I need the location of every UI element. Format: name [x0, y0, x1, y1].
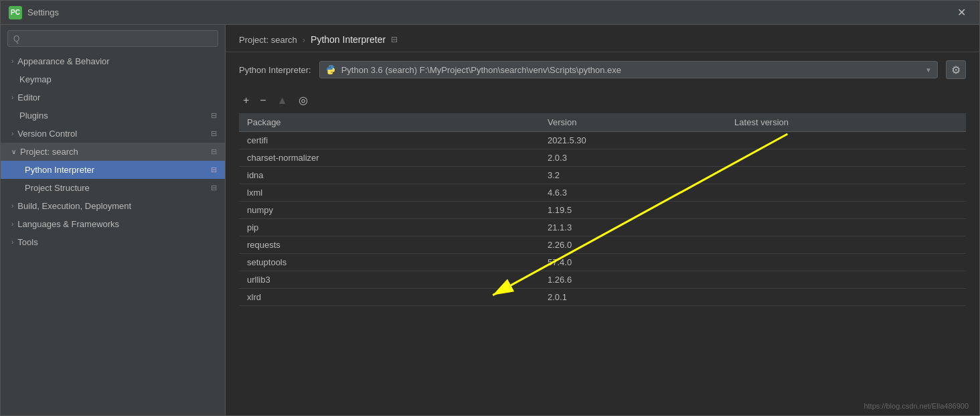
- sidebar-item-version-control[interactable]: › Version Control ⊟: [1, 125, 225, 143]
- sidebar-item-plugins[interactable]: Plugins ⊟: [1, 107, 225, 125]
- breadcrumb-parent: Project: search: [239, 35, 297, 45]
- sidebar-item-keymap[interactable]: Keymap: [1, 70, 225, 88]
- sidebar-item-label: Languages & Frameworks: [17, 219, 217, 229]
- cell-version: 1.19.5: [540, 202, 726, 219]
- chevron-right-icon: ›: [11, 58, 13, 65]
- cell-version: 4.6.3: [540, 184, 726, 202]
- gear-icon: ⚙: [951, 64, 961, 76]
- cell-package: setuptools: [239, 254, 540, 271]
- dropdown-arrow-icon: ▼: [925, 66, 932, 74]
- table-row[interactable]: pip21.1.3: [239, 219, 966, 236]
- sidebar-item-editor[interactable]: › Editor: [1, 88, 225, 107]
- chevron-right-icon: ›: [11, 94, 13, 101]
- cell-latest: [726, 236, 966, 254]
- sidebar-item-project-search[interactable]: ∨ Project: search ⊟: [1, 143, 225, 161]
- database-icon: ⊟: [211, 165, 217, 174]
- plus-icon: +: [243, 94, 249, 107]
- cell-latest: [726, 184, 966, 202]
- sidebar-item-label: Editor: [17, 92, 217, 102]
- database-icon: ⊟: [211, 184, 217, 192]
- cell-version: 21.1.3: [540, 219, 726, 236]
- sidebar-item-project-structure[interactable]: Project Structure ⊟: [1, 179, 225, 197]
- chevron-right-icon: ›: [11, 238, 13, 246]
- column-header-version: Version: [540, 113, 726, 132]
- cell-latest: [726, 149, 966, 167]
- sidebar-item-label: Project: search: [20, 147, 208, 157]
- interpreter-label: Python Interpreter:: [239, 65, 311, 75]
- table-row[interactable]: setuptools57.4.0: [239, 254, 966, 271]
- sidebar-item-label: Version Control: [17, 129, 208, 139]
- chevron-right-icon: ›: [11, 202, 13, 210]
- package-table: Package Version Latest version certifi20…: [239, 113, 966, 306]
- minus-icon: −: [260, 94, 266, 107]
- sidebar-item-python-interpreter[interactable]: Python Interpreter ⊟: [1, 161, 225, 179]
- sidebar-item-label: Project Structure: [25, 183, 208, 193]
- table-row[interactable]: idna3.2: [239, 167, 966, 184]
- sidebar-item-label: Build, Execution, Deployment: [17, 201, 217, 211]
- settings-window: PC Settings ✕ Q › Appearance & Behavior …: [0, 0, 980, 416]
- column-header-package: Package: [239, 113, 540, 132]
- cell-package: requests: [239, 236, 540, 254]
- chevron-down-icon: ∨: [11, 148, 16, 155]
- close-button[interactable]: ✕: [952, 3, 971, 21]
- app-icon: PC: [9, 6, 22, 19]
- titlebar: PC Settings ✕: [1, 1, 979, 25]
- footer-url: https://blog.csdn.net/Ella486900: [864, 402, 969, 410]
- cell-latest: [726, 271, 966, 289]
- settings-icon: ⊟: [391, 35, 398, 44]
- up-icon: ▲: [277, 94, 288, 107]
- right-content: Project: search › Python Interpreter ⊟ P…: [226, 25, 979, 415]
- table-row[interactable]: urllib31.26.6: [239, 271, 966, 289]
- cell-package: certifi: [239, 132, 540, 149]
- python-icon: [325, 64, 336, 75]
- database-icon: ⊟: [211, 111, 217, 120]
- sidebar-item-label: Keymap: [19, 74, 217, 84]
- sidebar: Q › Appearance & Behavior Keymap › Edito…: [1, 25, 226, 415]
- table-row[interactable]: certifi2021.5.30: [239, 132, 966, 149]
- cell-version: 1.26.6: [540, 271, 726, 289]
- show-button[interactable]: ◎: [295, 91, 312, 109]
- database-icon: ⊟: [211, 129, 217, 138]
- sidebar-item-build-execution[interactable]: › Build, Execution, Deployment: [1, 197, 225, 215]
- chevron-right-icon: ›: [11, 220, 13, 228]
- interpreter-value: Python 3.6 (search) F:\MyProject\Python\…: [341, 65, 920, 75]
- search-input[interactable]: [23, 33, 212, 44]
- cell-version: 3.2: [540, 167, 726, 184]
- gear-button[interactable]: ⚙: [946, 60, 966, 79]
- cell-latest: [726, 254, 966, 271]
- cell-package: pip: [239, 219, 540, 236]
- breadcrumb: Project: search › Python Interpreter ⊟: [226, 25, 979, 52]
- table-row[interactable]: xlrd2.0.1: [239, 289, 966, 306]
- cell-package: urllib3: [239, 271, 540, 289]
- cell-package: xlrd: [239, 289, 540, 306]
- cell-latest: [726, 219, 966, 236]
- sidebar-item-tools[interactable]: › Tools: [1, 233, 225, 251]
- table-header-row: Package Version Latest version: [239, 113, 966, 132]
- sidebar-item-appearance[interactable]: › Appearance & Behavior: [1, 52, 225, 70]
- add-button[interactable]: +: [239, 92, 253, 109]
- up-button[interactable]: ▲: [273, 92, 292, 109]
- database-icon: ⊟: [211, 147, 217, 156]
- search-box[interactable]: Q: [7, 30, 218, 47]
- cell-version: 2021.5.30: [540, 132, 726, 149]
- cell-package: idna: [239, 167, 540, 184]
- package-table-container: Package Version Latest version certifi20…: [226, 113, 979, 415]
- sidebar-item-languages-frameworks[interactable]: › Languages & Frameworks: [1, 215, 225, 233]
- sidebar-item-label: Tools: [17, 237, 217, 247]
- window-title: Settings: [27, 7, 952, 17]
- cell-version: 2.0.3: [540, 149, 726, 167]
- cell-version: 2.26.0: [540, 236, 726, 254]
- table-row[interactable]: charset-normalizer2.0.3: [239, 149, 966, 167]
- cell-latest: [726, 132, 966, 149]
- column-header-latest: Latest version: [726, 113, 966, 132]
- search-icon: Q: [13, 34, 19, 44]
- table-row[interactable]: requests2.26.0: [239, 236, 966, 254]
- remove-button[interactable]: −: [256, 92, 270, 109]
- table-row[interactable]: lxml4.6.3: [239, 184, 966, 202]
- toolbar: + − ▲ ◎: [226, 87, 979, 113]
- interpreter-dropdown[interactable]: Python 3.6 (search) F:\MyProject\Python\…: [319, 61, 938, 78]
- sidebar-item-label: Appearance & Behavior: [17, 56, 217, 66]
- table-row[interactable]: numpy1.19.5: [239, 202, 966, 219]
- cell-latest: [726, 167, 966, 184]
- eye-icon: ◎: [299, 94, 308, 107]
